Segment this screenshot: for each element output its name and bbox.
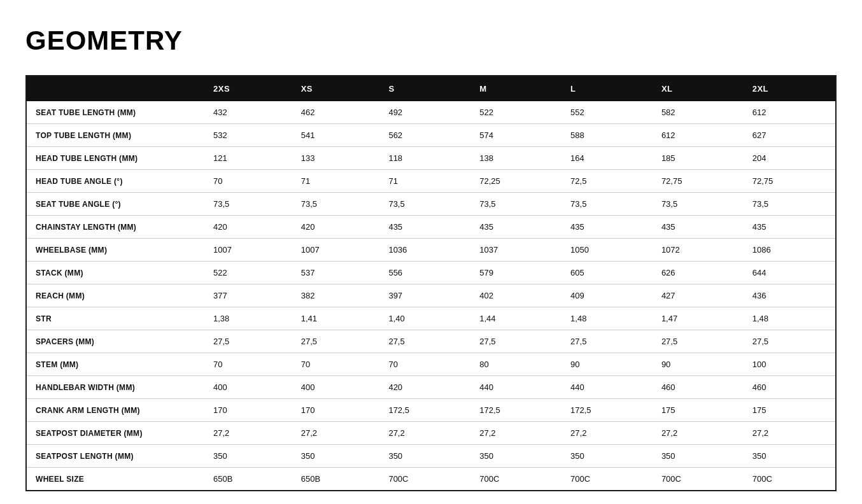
row-label: SEATPOST LENGTH (MM) xyxy=(26,445,204,468)
row-value: 170 xyxy=(292,399,380,422)
row-value: 400 xyxy=(204,376,292,399)
row-value: 582 xyxy=(653,101,744,124)
header-xl: XL xyxy=(653,76,744,101)
row-value: 71 xyxy=(292,170,380,193)
row-label: REACH (MM) xyxy=(26,284,204,307)
row-value: 27,5 xyxy=(470,330,562,353)
row-value: 460 xyxy=(653,376,744,399)
row-value: 118 xyxy=(379,147,470,170)
table-header-row: 2XS XS S M L XL 2XL xyxy=(26,76,836,101)
row-value: 700C xyxy=(744,468,836,491)
header-2xl: 2XL xyxy=(744,76,836,101)
row-value: 172,5 xyxy=(562,399,653,422)
table-row: STR1,381,411,401,441,481,471,48 xyxy=(26,307,836,330)
table-row: HEAD TUBE LENGTH (MM)1211331181381641852… xyxy=(26,147,836,170)
row-value: 121 xyxy=(204,147,292,170)
table-row: REACH (MM)377382397402409427436 xyxy=(26,284,836,307)
row-value: 1,48 xyxy=(744,307,836,330)
row-value: 1086 xyxy=(744,239,836,262)
row-value: 1036 xyxy=(379,239,470,262)
row-value: 72,75 xyxy=(653,170,744,193)
row-value: 397 xyxy=(379,284,470,307)
row-label: WHEELBASE (MM) xyxy=(26,239,204,262)
row-value: 73,5 xyxy=(204,193,292,216)
row-value: 612 xyxy=(653,124,744,147)
row-value: 72,5 xyxy=(562,170,653,193)
row-value: 700C xyxy=(653,468,744,491)
row-value: 73,5 xyxy=(292,193,380,216)
row-value: 420 xyxy=(292,216,380,239)
table-row: STACK (MM)522537556579605626644 xyxy=(26,262,836,284)
row-value: 70 xyxy=(379,353,470,376)
table-row: SEAT TUBE LENGTH (MM)4324624925225525826… xyxy=(26,101,836,124)
row-label: STEM (MM) xyxy=(26,353,204,376)
row-value: 588 xyxy=(562,124,653,147)
row-value: 70 xyxy=(204,353,292,376)
row-label: WHEEL SIZE xyxy=(26,468,204,491)
row-value: 435 xyxy=(562,216,653,239)
row-value: 71 xyxy=(379,170,470,193)
row-value: 204 xyxy=(744,147,836,170)
table-row: SPACERS (MM)27,527,527,527,527,527,527,5 xyxy=(26,330,836,353)
header-2xs: 2XS xyxy=(204,76,292,101)
row-value: 172,5 xyxy=(379,399,470,422)
row-value: 170 xyxy=(204,399,292,422)
row-value: 435 xyxy=(744,216,836,239)
row-value: 436 xyxy=(744,284,836,307)
row-value: 80 xyxy=(470,353,562,376)
geometry-table: 2XS XS S M L XL 2XL SEAT TUBE LENGTH (MM… xyxy=(25,75,837,491)
row-value: 382 xyxy=(292,284,380,307)
row-value: 73,5 xyxy=(562,193,653,216)
row-label: STR xyxy=(26,307,204,330)
row-value: 172,5 xyxy=(470,399,562,422)
row-value: 462 xyxy=(292,101,380,124)
row-value: 552 xyxy=(562,101,653,124)
row-value: 579 xyxy=(470,262,562,284)
row-value: 350 xyxy=(379,445,470,468)
row-value: 400 xyxy=(292,376,380,399)
table-row: CHAINSTAY LENGTH (MM)4204204354354354354… xyxy=(26,216,836,239)
row-value: 27,2 xyxy=(470,422,562,445)
row-value: 133 xyxy=(292,147,380,170)
row-value: 90 xyxy=(562,353,653,376)
row-value: 556 xyxy=(379,262,470,284)
row-value: 700C xyxy=(562,468,653,491)
table-row: STEM (MM)707070809090100 xyxy=(26,353,836,376)
row-value: 420 xyxy=(204,216,292,239)
row-value: 605 xyxy=(562,262,653,284)
row-value: 409 xyxy=(562,284,653,307)
header-m: M xyxy=(470,76,562,101)
row-value: 175 xyxy=(744,399,836,422)
row-value: 541 xyxy=(292,124,380,147)
row-value: 350 xyxy=(653,445,744,468)
row-value: 27,5 xyxy=(562,330,653,353)
table-row: WHEELBASE (MM)10071007103610371050107210… xyxy=(26,239,836,262)
row-value: 73,5 xyxy=(379,193,470,216)
row-label: HEAD TUBE ANGLE (°) xyxy=(26,170,204,193)
row-value: 27,2 xyxy=(744,422,836,445)
row-value: 350 xyxy=(744,445,836,468)
row-value: 27,2 xyxy=(204,422,292,445)
row-value: 1037 xyxy=(470,239,562,262)
row-value: 90 xyxy=(653,353,744,376)
row-value: 700C xyxy=(379,468,470,491)
row-label: SEAT TUBE LENGTH (MM) xyxy=(26,101,204,124)
table-row: SEATPOST DIAMETER (MM)27,227,227,227,227… xyxy=(26,422,836,445)
row-value: 440 xyxy=(562,376,653,399)
row-label: SEAT TUBE ANGLE (°) xyxy=(26,193,204,216)
row-value: 1007 xyxy=(204,239,292,262)
row-value: 164 xyxy=(562,147,653,170)
row-value: 350 xyxy=(204,445,292,468)
row-value: 27,2 xyxy=(653,422,744,445)
row-value: 627 xyxy=(744,124,836,147)
row-value: 350 xyxy=(562,445,653,468)
row-value: 72,75 xyxy=(744,170,836,193)
row-value: 27,5 xyxy=(379,330,470,353)
row-value: 70 xyxy=(292,353,380,376)
row-value: 522 xyxy=(470,101,562,124)
row-value: 175 xyxy=(653,399,744,422)
row-value: 73,5 xyxy=(470,193,562,216)
row-value: 435 xyxy=(653,216,744,239)
row-value: 650B xyxy=(204,468,292,491)
row-value: 562 xyxy=(379,124,470,147)
